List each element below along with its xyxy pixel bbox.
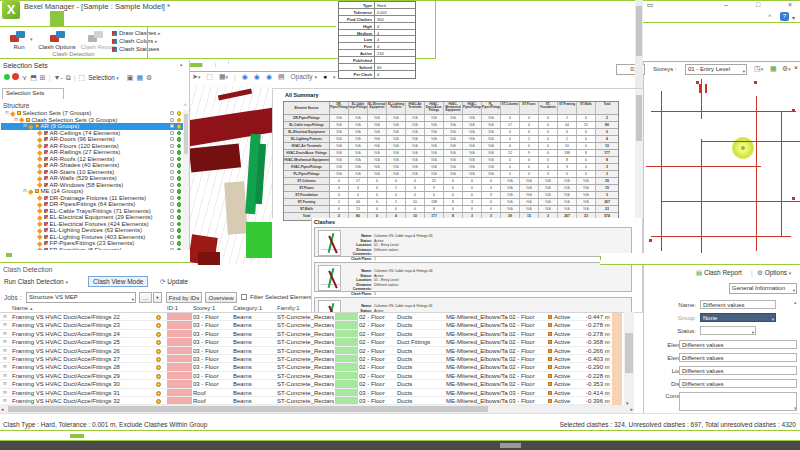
new-group-icon[interactable]: ⊞ [40,74,46,81]
minimize-button[interactable]: – [720,1,732,8]
lock-icon[interactable] [170,150,174,154]
lock-icon[interactable] [170,209,174,213]
opacity-dropdown[interactable]: Opacity ▾ [291,73,317,80]
status-dot-icon[interactable] [177,183,182,188]
lock-icon[interactable] [170,157,174,161]
bottom-tab[interactable] [0,434,14,438]
row-expand-icon[interactable]: ⊞ [3,380,7,388]
bottom-tab[interactable] [14,434,28,438]
run-clash-detection-button[interactable]: Run Clash Detection ▾ [4,278,68,285]
panel-scroll-up-icon[interactable]: ▴ [794,299,797,305]
view-tab[interactable] [203,63,216,67]
distance-field[interactable]: Different values [679,379,797,388]
status-dot-icon[interactable] [177,118,182,123]
status-dot-icon[interactable] [177,241,182,246]
menu-tab[interactable] [106,11,120,27]
menu-tab[interactable] [134,11,148,27]
window-select-icon[interactable]: ⬚ [206,73,213,80]
status-select[interactable]: ▾ [700,326,756,335]
scroll-up-icon[interactable]: ˄ [184,103,187,108]
run-caret-icon[interactable]: ▾ [30,36,33,42]
clash-table-row[interactable]: ⊞ Framing VS HVAC Duct/Acce/Fittings 28 … [0,363,622,371]
lock-icon[interactable] [170,124,174,128]
clash-view-mode-button[interactable]: Clash View Mode [88,276,148,287]
selection-box-icon[interactable]: ⬚ [79,74,86,81]
clash-options-button[interactable]: Clash Options [36,44,78,50]
status-dot-icon[interactable] [177,137,182,142]
clash-table-row[interactable]: ⊞ Framing VS HVAC Duct/Acce/Fittings 27 … [0,355,622,363]
popup-scrollbar[interactable] [635,89,643,219]
panel-scroll-down-icon[interactable]: ▾ [794,405,797,411]
general-information-select[interactable]: General Information▾ [729,283,797,294]
job-select[interactable]: Structure VS MEP▾ [26,292,136,303]
explorer-tab[interactable] [18,253,24,257]
right-panel-tab[interactable] [609,256,617,260]
status-dot-icon[interactable] [177,176,182,181]
lock-icon[interactable] [170,163,174,167]
view-tab[interactable] [216,60,229,64]
row-expand-icon[interactable]: ⊞ [3,355,7,363]
clash-card[interactable]: Name:Columns VS Cable trays & Fittings 0… [314,227,632,257]
status-dot-icon[interactable] [177,228,182,233]
select-tool-icon[interactable]: ➤▾ [192,73,200,80]
status-dot-icon[interactable] [177,215,182,220]
status-dot-icon[interactable] [177,209,182,214]
update-button[interactable]: ⟳ Update [160,278,188,286]
status-dot-icon[interactable] [177,157,182,162]
filter-selected-checkbox[interactable] [241,294,247,300]
menu-tab[interactable] [64,11,78,27]
lock-icon[interactable] [170,176,174,180]
dock-button[interactable]: ▭ [644,1,656,9]
right-panel-tab[interactable] [617,256,625,260]
more-tools-caret-icon[interactable]: ▾ [333,74,336,80]
lock-icon[interactable] [170,196,174,200]
status-dot-icon[interactable] [177,202,182,207]
status-dot-icon[interactable] [177,144,182,149]
clash-card[interactable]: Name:Columns VS Cable trays & Fittings 0… [314,297,632,312]
storey-select[interactable]: 01 - Entry Level▾ [685,64,747,75]
isolate-icon[interactable]: ⬒ [30,74,37,81]
status-dot-icon[interactable] [177,235,182,240]
bottom-tab[interactable] [42,434,56,438]
menu-tab[interactable] [120,11,134,27]
clash-table-row[interactable]: ⊞ Framing VS HVAC Duct/Acce/Fittings 26 … [0,347,622,355]
close-button[interactable]: × [784,1,796,8]
pin-icon[interactable]: ▪ [180,62,182,68]
clash-table-row[interactable]: ⊞ Framing VS HVAC Duct/Acce/Fittings 24 … [0,330,622,338]
pan-icon[interactable]: ◉ [254,73,260,80]
menu-tab[interactable] [78,11,92,27]
lock-icon[interactable] [170,189,174,193]
clash-table-row[interactable]: ⊞ Framing VS HVAC Duct/Acce/Fittings 29 … [0,372,622,380]
add-set-icon[interactable] [4,74,10,80]
status-dot-icon[interactable] [177,196,182,201]
view-tab[interactable] [190,63,203,67]
pick-icon[interactable]: ⋎ [22,74,27,81]
help-caret-icon[interactable]: ▾ [792,14,795,21]
menu-tab[interactable] [22,11,36,27]
copy-icon[interactable]: ⧉ [66,74,71,81]
lock-icon[interactable] [170,222,174,226]
layers-icon[interactable]: ▤ [278,73,285,80]
row-expand-icon[interactable]: ⊞ [3,313,7,321]
more-jobs-button[interactable]: ... [139,292,152,303]
bottom-tab[interactable] [84,434,98,438]
bottom-tab[interactable] [28,434,42,438]
lock-icon[interactable] [170,144,174,148]
element2-field[interactable]: Different values [679,353,797,362]
row-expand-icon[interactable]: ⊞ [3,321,7,329]
menu-tab[interactable] [50,11,64,27]
right-panel-tab[interactable] [601,256,609,260]
lock-icon[interactable] [170,118,174,122]
lock-icon[interactable] [170,137,174,141]
row-expand-icon[interactable]: ⊞ [3,363,7,371]
status-dot-icon[interactable] [177,189,182,194]
popup-scrollbar-top[interactable] [635,0,643,88]
remove-set-icon[interactable] [12,73,19,80]
job-drop-button[interactable]: ▾ [153,292,162,303]
view-mode-icon[interactable]: ▦▾ [219,73,228,80]
row-expand-icon[interactable]: ⊞ [3,338,7,346]
row-expand-icon[interactable]: ⊞ [3,389,7,397]
tree-scrollbar[interactable] [183,110,189,252]
selection-menu-button[interactable]: Selection [88,74,115,81]
status-dot-icon[interactable] [177,163,182,168]
